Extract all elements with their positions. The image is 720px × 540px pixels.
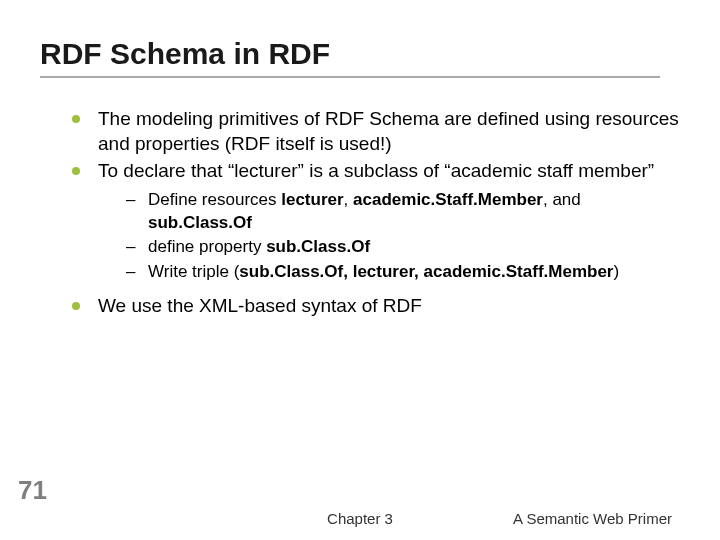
slide-number: 71 (18, 475, 47, 506)
conclusion-item: We use the XML-based syntax of RDF (68, 293, 680, 318)
bullet-list: The modeling primitives of RDF Schema ar… (68, 106, 680, 183)
sub-bullet-item: define property sub.Class.Of (124, 236, 680, 258)
footer-right: A Semantic Web Primer (513, 510, 672, 527)
sub-bullet-item: Write triple (sub.Class.Of, lecturer, ac… (124, 261, 680, 283)
bullet-text: The modeling primitives of RDF Schema ar… (98, 108, 679, 154)
bold-text: sub.Class.Of (266, 237, 370, 256)
bold-text: lecturer (281, 190, 343, 209)
text: Write triple ( (148, 262, 239, 281)
bold-text: academic.Staff.Member (353, 190, 543, 209)
conclusion-text: We use the XML-based syntax of RDF (98, 295, 422, 316)
sub-bullet-list: Define resources lecturer, academic.Staf… (124, 189, 680, 283)
text: , and (543, 190, 581, 209)
slide-body: The modeling primitives of RDF Schema ar… (40, 106, 680, 318)
title-underline (40, 76, 660, 78)
bold-text: sub.Class.Of (148, 213, 252, 232)
sub-bullet-item: Define resources lecturer, academic.Staf… (124, 189, 680, 234)
bullet-item: To declare that “lecturer” is a subclass… (68, 158, 680, 183)
slide-title: RDF Schema in RDF (40, 36, 680, 72)
bold-text: sub.Class.Of, lecturer, academic.Staff.M… (239, 262, 613, 281)
text: define property (148, 237, 266, 256)
bullet-item: The modeling primitives of RDF Schema ar… (68, 106, 680, 156)
text: ) (613, 262, 619, 281)
bullet-text: To declare that “lecturer” is a subclass… (98, 160, 654, 181)
conclusion-list: We use the XML-based syntax of RDF (68, 293, 680, 318)
slide: RDF Schema in RDF The modeling primitive… (0, 0, 720, 540)
title-wrap: RDF Schema in RDF (40, 36, 680, 78)
text: , (344, 190, 353, 209)
text: Define resources (148, 190, 281, 209)
